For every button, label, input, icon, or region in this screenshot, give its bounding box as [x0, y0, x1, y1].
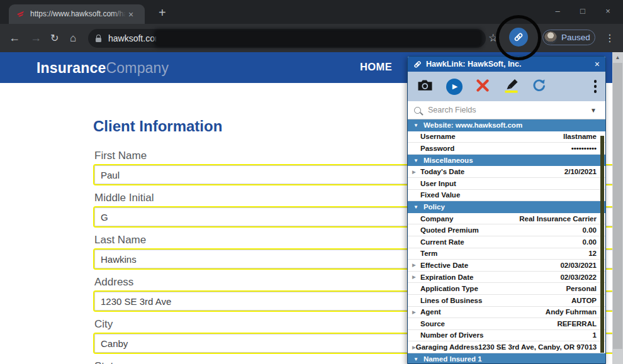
forward-button[interactable]: →: [30, 24, 42, 52]
nav-home-link[interactable]: HOME: [360, 61, 392, 73]
field-label: Company: [420, 215, 453, 223]
field-value: 1230 SE 3rd Ave, Canby, OR 97013: [478, 343, 597, 351]
field-label: Number of Drivers: [420, 331, 483, 339]
brand-logo[interactable]: InsuranceCompany: [36, 60, 169, 77]
chain-link-icon: [413, 60, 422, 69]
chevron-down-icon[interactable]: ▼: [590, 107, 597, 114]
expand-icon[interactable]: ▶: [412, 274, 420, 280]
panel-field-row[interactable]: ▶Garaging Address1230 SE 3rd Ave, Canby,…: [408, 341, 605, 353]
hawklink-extension-button[interactable]: [509, 28, 528, 47]
panel-field-list: ▼Website: www.hawksoft.comUsernamellastn…: [408, 119, 605, 363]
brand-light: Company: [106, 60, 169, 76]
refresh-icon: [532, 78, 546, 92]
sync-paused-label: Paused: [561, 33, 590, 42]
field-label: Fixed Value: [420, 191, 460, 199]
reload-button[interactable]: ↻: [50, 24, 59, 52]
field-label: Username: [420, 133, 456, 140]
new-tab-button[interactable]: +: [159, 6, 166, 19]
browser-tab[interactable]: https://www.hawksoft.com/hawk ×: [9, 4, 145, 24]
panel-field-row[interactable]: ▶AgentAndy Fuhrman: [408, 307, 605, 319]
panel-menu-button[interactable]: [594, 80, 597, 93]
bookmark-star-icon[interactable]: ☆: [488, 24, 498, 52]
panel-field-row[interactable]: Usernamellastname: [408, 131, 605, 143]
field-label: Expiration Date: [420, 273, 473, 281]
field-value: 1: [483, 331, 597, 339]
field-value: Personal: [478, 285, 597, 292]
profile-button[interactable]: Paused: [542, 30, 595, 45]
collapse-icon: ▼: [413, 158, 418, 163]
field-label: Agent: [420, 308, 441, 316]
maximize-button[interactable]: □: [570, 3, 595, 19]
tab-title: https://www.hawksoft.com/hawk: [30, 9, 126, 19]
expand-icon[interactable]: ▶: [412, 309, 420, 315]
panel-field-row[interactable]: ▶Expiration Date02/03/2022: [408, 272, 605, 284]
play-icon: ▶: [452, 82, 457, 91]
field-label: Effective Date: [420, 262, 468, 269]
panel-scrollbar-thumb[interactable]: [600, 136, 604, 353]
panel-section-header[interactable]: ▼Website: www.hawksoft.com: [408, 119, 605, 131]
panel-field-row[interactable]: ▶Today's Date2/10/2021: [408, 166, 605, 178]
panel-section-header[interactable]: ▼Miscellaneous: [408, 155, 605, 167]
panel-field-row[interactable]: SourceREFERRAL: [408, 318, 605, 330]
collapse-icon: ▼: [413, 356, 418, 362]
browser-toolbar: ← → ↻ ⌂ hawksoft.com/ ☆ ⋮: [0, 24, 623, 52]
address-bar[interactable]: hawksoft.com/: [88, 29, 486, 48]
panel-field-row[interactable]: Fixed Value: [408, 190, 605, 202]
panel-field-row[interactable]: Lines of BusinessAUTOP: [408, 295, 605, 307]
expand-icon[interactable]: ▶: [412, 262, 420, 268]
panel-field-row[interactable]: Password••••••••••: [408, 143, 605, 155]
search-fields-input[interactable]: [427, 105, 590, 115]
field-value: 02/03/2022: [473, 273, 597, 281]
minimize-button[interactable]: –: [545, 3, 570, 19]
panel-close-button[interactable]: ×: [595, 59, 600, 69]
field-label: Application Type: [420, 285, 478, 292]
field-value: REFERRAL: [445, 320, 597, 328]
panel-field-row[interactable]: Application TypePersonal: [408, 283, 605, 295]
red-x-icon: [475, 78, 490, 93]
scrollbar-thumb[interactable]: [613, 63, 622, 349]
field-label: User Input: [420, 180, 456, 187]
expand-icon[interactable]: ▶: [412, 169, 420, 175]
section-label: Named Insured 1: [424, 355, 482, 363]
field-value: Andy Fuhrman: [441, 308, 597, 316]
run-fill-button[interactable]: ▶: [446, 79, 463, 95]
highlighter-icon: [503, 77, 519, 93]
field-value: ••••••••••: [454, 145, 597, 152]
back-button[interactable]: ←: [9, 24, 20, 52]
close-button[interactable]: ×: [595, 3, 620, 19]
panel-field-row[interactable]: Number of Drivers1: [408, 330, 605, 342]
chain-link-icon: [514, 32, 524, 42]
panel-field-row[interactable]: ▶Effective Date02/03/2021: [408, 260, 605, 272]
field-value: 02/03/2021: [468, 262, 597, 269]
panel-section-header[interactable]: ▼Policy: [408, 201, 605, 213]
hawksoft-favicon-icon: [16, 9, 25, 19]
panel-field-row[interactable]: Quoted Premium0.00: [408, 224, 605, 236]
field-label: Source: [420, 320, 445, 328]
search-icon: [414, 107, 421, 114]
field-value: Real Insurance Carrier: [453, 215, 597, 223]
scroll-up-button[interactable]: ▲: [612, 52, 623, 62]
delete-button[interactable]: [475, 78, 490, 96]
section-label: Policy: [424, 203, 445, 211]
capture-button[interactable]: [417, 79, 434, 94]
field-label: Quoted Premium: [420, 226, 479, 234]
refresh-button[interactable]: [532, 78, 546, 95]
panel-field-row[interactable]: User Input: [408, 178, 605, 190]
field-label: Term: [420, 250, 437, 257]
panel-field-row[interactable]: CompanyReal Insurance Carrier: [408, 213, 605, 225]
avatar: [544, 31, 557, 44]
field-value: 2/10/2021: [464, 168, 597, 175]
home-button[interactable]: ⌂: [70, 24, 76, 52]
field-label: Password: [420, 145, 454, 152]
collapse-icon: ▼: [413, 204, 418, 210]
browser-menu-button[interactable]: ⋮: [605, 24, 615, 52]
collapse-icon: ▼: [413, 123, 418, 128]
tab-close-button[interactable]: ×: [128, 10, 133, 19]
redacted-url-blur: [156, 31, 480, 45]
panel-field-row[interactable]: Current Rate0.00: [408, 236, 605, 248]
panel-section-header[interactable]: ▼Named Insured 1: [408, 353, 605, 363]
hawklink-panel: HawkLink: HawkSoft, Inc. × ▶: [407, 56, 606, 364]
page-scrollbar[interactable]: ▲: [612, 52, 623, 364]
panel-field-row[interactable]: Term12: [408, 248, 605, 260]
highlight-button[interactable]: [503, 77, 519, 96]
